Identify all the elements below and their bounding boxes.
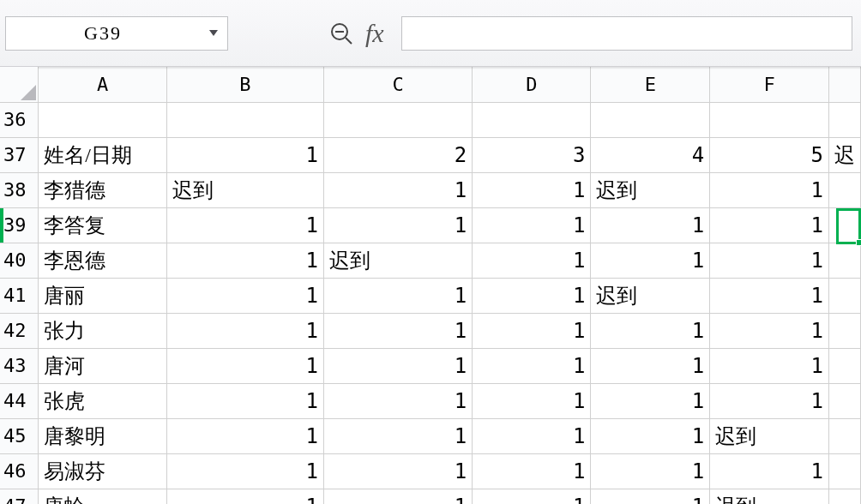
- cell[interactable]: 1: [473, 278, 591, 313]
- row-header[interactable]: 36: [0, 102, 39, 137]
- row-header[interactable]: 47: [0, 489, 39, 504]
- cell[interactable]: 唐丽: [39, 278, 166, 313]
- cell[interactable]: 1: [710, 278, 829, 313]
- cell[interactable]: [828, 313, 860, 348]
- cell[interactable]: 1: [166, 348, 323, 383]
- spreadsheet-grid[interactable]: ABCDEF3637姓名/日期12345迟38李猎德迟到11迟到139李答复11…: [0, 67, 861, 504]
- select-all-corner[interactable]: [0, 67, 39, 102]
- cell[interactable]: 1: [591, 383, 710, 418]
- row-header[interactable]: 39: [0, 207, 39, 243]
- cell[interactable]: 3: [473, 137, 591, 172]
- name-box-dropdown[interactable]: [200, 30, 227, 36]
- cell[interactable]: 1: [166, 313, 323, 348]
- cell[interactable]: [166, 102, 323, 137]
- cell[interactable]: 迟到: [591, 278, 710, 313]
- cell[interactable]: 1: [473, 489, 591, 504]
- cell[interactable]: 唐河: [39, 348, 166, 383]
- cell[interactable]: 1: [473, 207, 591, 243]
- fx-label[interactable]: fx: [365, 19, 384, 48]
- cell[interactable]: 1: [323, 348, 472, 383]
- cell[interactable]: [828, 489, 860, 504]
- col-header-F[interactable]: F: [710, 67, 829, 102]
- col-header-E[interactable]: E: [591, 67, 710, 102]
- cell[interactable]: [828, 348, 860, 383]
- col-header-A[interactable]: A: [39, 67, 166, 102]
- col-header-C[interactable]: C: [323, 67, 472, 102]
- cell[interactable]: 迟到: [323, 243, 472, 278]
- cell[interactable]: 1: [166, 278, 323, 313]
- cell[interactable]: 1: [323, 172, 472, 207]
- cell[interactable]: 张力: [39, 313, 166, 348]
- cell[interactable]: [828, 207, 860, 243]
- cell[interactable]: 1: [166, 207, 323, 243]
- col-header-B[interactable]: B: [166, 67, 323, 102]
- cell[interactable]: [828, 453, 860, 489]
- cell[interactable]: 1: [323, 418, 472, 453]
- name-box[interactable]: G39: [5, 16, 228, 51]
- cell[interactable]: 1: [473, 243, 591, 278]
- cell[interactable]: 1: [166, 137, 323, 172]
- cell[interactable]: 1: [473, 453, 591, 489]
- cell[interactable]: 1: [591, 418, 710, 453]
- cell[interactable]: 5: [710, 137, 829, 172]
- cell[interactable]: 1: [473, 418, 591, 453]
- cell[interactable]: 迟到: [710, 418, 829, 453]
- row-header[interactable]: 46: [0, 453, 39, 489]
- cell[interactable]: 1: [710, 383, 829, 418]
- cell[interactable]: 1: [323, 278, 472, 313]
- cell[interactable]: 1: [473, 172, 591, 207]
- cell[interactable]: 1: [591, 489, 710, 504]
- cell[interactable]: 1: [166, 453, 323, 489]
- cell[interactable]: [710, 102, 829, 137]
- cell[interactable]: [473, 102, 591, 137]
- cell[interactable]: 1: [323, 313, 472, 348]
- cell[interactable]: [828, 102, 860, 137]
- cell[interactable]: [591, 102, 710, 137]
- col-header-D[interactable]: D: [473, 67, 591, 102]
- cell[interactable]: [828, 383, 860, 418]
- cell[interactable]: 迟到: [166, 172, 323, 207]
- cell[interactable]: 易淑芬: [39, 453, 166, 489]
- cell[interactable]: 唐蛤: [39, 489, 166, 504]
- row-header[interactable]: 41: [0, 278, 39, 313]
- cell[interactable]: 1: [166, 418, 323, 453]
- cell[interactable]: 1: [710, 453, 829, 489]
- formula-input[interactable]: [401, 16, 852, 51]
- cell[interactable]: [39, 102, 166, 137]
- row-header[interactable]: 42: [0, 313, 39, 348]
- cell[interactable]: [828, 278, 860, 313]
- cell[interactable]: 唐黎明: [39, 418, 166, 453]
- cell[interactable]: 1: [710, 172, 829, 207]
- cell[interactable]: 1: [591, 207, 710, 243]
- cell[interactable]: 姓名/日期: [39, 137, 166, 172]
- cell[interactable]: 1: [166, 489, 323, 504]
- cell[interactable]: 1: [591, 313, 710, 348]
- row-header[interactable]: 40: [0, 243, 39, 278]
- cell[interactable]: 1: [473, 348, 591, 383]
- col-header-G[interactable]: [828, 67, 860, 102]
- cell[interactable]: [828, 243, 860, 278]
- cell[interactable]: 2: [323, 137, 472, 172]
- cell[interactable]: 李猎德: [39, 172, 166, 207]
- cell[interactable]: 迟到: [591, 172, 710, 207]
- row-header[interactable]: 45: [0, 418, 39, 453]
- cell[interactable]: 迟到: [710, 489, 829, 504]
- cell[interactable]: 张虎: [39, 383, 166, 418]
- cell[interactable]: [828, 418, 860, 453]
- cell[interactable]: 1: [323, 489, 472, 504]
- cell[interactable]: [828, 172, 860, 207]
- cell[interactable]: 1: [473, 383, 591, 418]
- cell[interactable]: 1: [591, 348, 710, 383]
- cell[interactable]: 1: [166, 383, 323, 418]
- cell[interactable]: 1: [591, 243, 710, 278]
- cell[interactable]: 1: [710, 313, 829, 348]
- cell[interactable]: 1: [710, 243, 829, 278]
- cell[interactable]: 1: [323, 383, 472, 418]
- cell[interactable]: 1: [166, 243, 323, 278]
- cell[interactable]: 1: [323, 453, 472, 489]
- cell[interactable]: 4: [591, 137, 710, 172]
- cell[interactable]: [323, 102, 472, 137]
- cell[interactable]: 1: [591, 453, 710, 489]
- cell[interactable]: 1: [710, 207, 829, 243]
- zoom-out-button[interactable]: [322, 15, 360, 52]
